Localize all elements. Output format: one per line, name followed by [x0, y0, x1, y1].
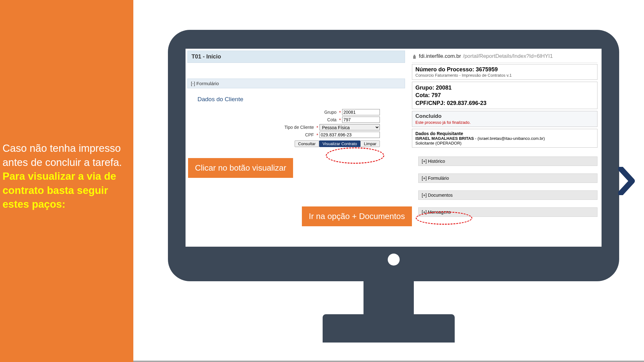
highlight-ring-documentos	[416, 211, 472, 225]
input-cota[interactable]	[342, 117, 380, 123]
process-subtitle: Consorcio Faturamento - Impressão de Con…	[415, 73, 594, 78]
next-slide-button[interactable]	[618, 167, 635, 195]
visualizar-contrato-button[interactable]: Visualizar Contrato	[319, 140, 361, 147]
url-bar: fdi.interfile.com.br/portal/ReportDetail…	[412, 52, 597, 63]
label-cota: Cota	[327, 117, 337, 122]
camera-icon	[388, 254, 400, 266]
bottom-divider	[133, 361, 644, 362]
consultar-button[interactable]: Consultar	[295, 140, 319, 147]
instruction-sidebar: Caso não tenha impresso antes de conclui…	[0, 0, 133, 362]
label-cpf: CPF	[305, 132, 314, 137]
monitor-neck	[364, 281, 414, 315]
requester-email: - (israel.bretas@itau-unibanco.com.br)	[474, 136, 545, 141]
requester-role: Solicitante (OPERADOR)	[415, 141, 594, 145]
form-collapse-header[interactable]: [-] Formulário	[187, 79, 405, 88]
monitor-base	[323, 314, 455, 343]
section-title: Dados do Cliente	[187, 88, 405, 108]
status-subtitle: Este processo já foi finalizado.	[415, 120, 594, 125]
info-cota: Cota: 797	[415, 91, 594, 99]
monitor-graphic: T01 - Início [-] Formulário Dados do Cli…	[168, 30, 619, 281]
label-tipo-cliente: Tipo de Cliente	[285, 125, 314, 130]
callout-documentos: Ir na opção + Documentos	[302, 206, 412, 226]
input-cpf[interactable]	[319, 132, 380, 138]
limpar-button[interactable]: Limpar	[360, 140, 380, 147]
process-info-box: Grupo: 20081 Cota: 797 CPF/CNPJ: 029.837…	[412, 82, 597, 109]
requester-title: Dados do Requisitante	[415, 131, 594, 136]
callout-visualizar: Clicar no botão visualizar	[188, 158, 293, 178]
info-grupo: Grupo: 20081	[415, 84, 594, 91]
input-grupo[interactable]	[342, 109, 380, 115]
lock-icon	[412, 54, 417, 59]
requester-box: Dados do Requisitante ISRAEL MAGALHAES B…	[412, 129, 597, 148]
window-title: T01 - Início	[187, 51, 405, 63]
url-path: /portal/ReportDetails/Index?Id=6lHYI1	[463, 53, 553, 59]
accordion-historico[interactable]: [+] Histórico	[418, 156, 597, 166]
url-host: fdi.interfile.com.br	[419, 53, 461, 59]
label-grupo: Grupo	[324, 110, 336, 115]
process-number: Número do Processo: 3675959	[415, 66, 594, 73]
process-number-box: Número do Processo: 3675959 Consorcio Fa…	[412, 64, 597, 80]
accordion-formulario[interactable]: [+] Formulário	[418, 173, 597, 183]
sidebar-text-plain: Caso não tenha impresso antes de conclui…	[3, 142, 122, 168]
select-tipo-cliente[interactable]: Pessoa Física	[319, 124, 380, 130]
status-box: Concluído Este processo já foi finalizad…	[412, 111, 597, 127]
accordion-documentos[interactable]: [+] Documentos	[418, 190, 597, 200]
status-title: Concluído	[415, 113, 594, 119]
sidebar-text-highlight: Para visualizar a via de contrato basta …	[3, 170, 116, 210]
highlight-ring-visualizar	[326, 147, 384, 164]
requester-name: ISRAEL MAGALHAES BRITAS	[415, 136, 474, 141]
info-cpf: CPF/CNPJ: 029.837.696-23	[415, 99, 594, 107]
